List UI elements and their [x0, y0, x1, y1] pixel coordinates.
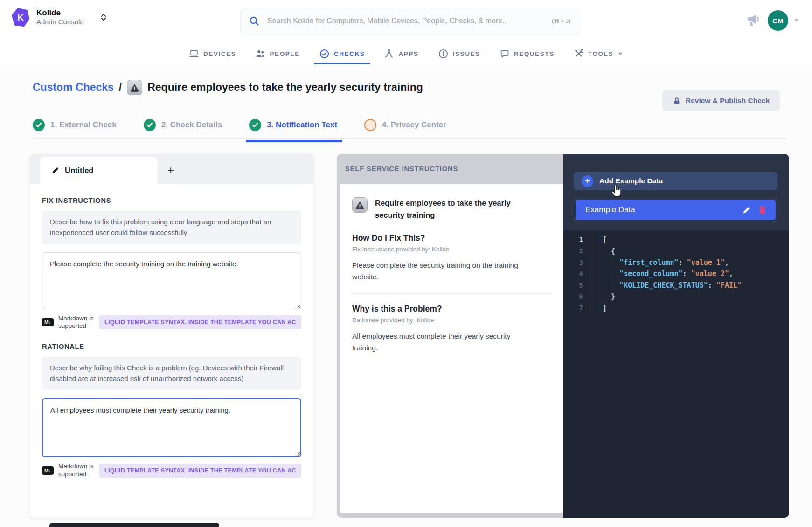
- caret-down-icon: [618, 52, 623, 55]
- search-icon: [249, 16, 260, 27]
- step-tab-notification-text[interactable]: 3. Notification Text: [249, 119, 337, 131]
- avatar[interactable]: CM: [768, 10, 788, 31]
- bottom-bar: [49, 523, 219, 527]
- pencil-icon: [51, 166, 59, 174]
- example-data-item-wrapper: Example Data: [574, 198, 777, 222]
- nav-item-requests[interactable]: REQUESTS: [500, 43, 555, 64]
- delete-example-trash-icon[interactable]: [756, 204, 768, 216]
- fix-instructions-heading: FIX INSTRUCTIONS: [42, 197, 301, 204]
- preview-why-byline: Rationale provided by: Kolide: [352, 317, 551, 324]
- example-data-item[interactable]: Example Data: [576, 200, 776, 220]
- people-icon: [256, 49, 265, 58]
- rationale-textarea[interactable]: All employees must complete their yearly…: [42, 398, 301, 457]
- review-publish-button[interactable]: Review & Publish Check: [662, 90, 780, 111]
- preview-region: SELF SERVICE INSTRUCTIONS Require employ…: [337, 154, 789, 518]
- nav-item-tools[interactable]: TOOLS: [574, 43, 623, 64]
- nav-item-people[interactable]: PEOPLE: [256, 43, 299, 64]
- caret-down-icon[interactable]: [794, 19, 799, 22]
- warning-square-icon: [127, 80, 142, 95]
- org-switcher-icon[interactable]: [98, 11, 109, 24]
- step-complete-icon: [33, 119, 45, 131]
- self-service-instructions-panel: SELF SERVICE INSTRUCTIONS Require employ…: [337, 154, 563, 518]
- compass-icon: [384, 49, 394, 58]
- warning-square-icon: [352, 197, 368, 213]
- search-shortcut: (⌘ + J): [552, 18, 570, 24]
- lock-icon: [673, 97, 681, 105]
- top-bar: K Kolide Admin Console (⌘ + J) CM: [0, 0, 812, 43]
- preview-fix-heading: How Do I Fix This?: [352, 233, 551, 243]
- global-search[interactable]: (⌘ + J): [240, 8, 579, 34]
- megaphone-icon[interactable]: [746, 14, 762, 27]
- preview-fix-body: Please complete the security training on…: [352, 260, 520, 283]
- nav-item-issues[interactable]: ISSUES: [438, 43, 480, 64]
- tools-icon: [574, 49, 583, 58]
- step-tab-privacy-center[interactable]: 4. Privacy Center: [364, 119, 446, 131]
- fix-instructions-textarea[interactable]: Please complete the security training on…: [42, 252, 301, 309]
- preview-why-heading: Why is this a Problem?: [352, 304, 551, 314]
- svg-text:K: K: [17, 13, 24, 22]
- step-incomplete-icon: [364, 119, 376, 131]
- preview-fix-byline: Fix instructions provided by: Kolide: [352, 246, 551, 253]
- step-tab-check-details[interactable]: 2. Check Details: [144, 119, 222, 131]
- brand-text: Kolide Admin Console: [36, 8, 84, 27]
- laptop-icon: [189, 49, 199, 58]
- brand-name: Kolide: [36, 8, 84, 18]
- brand: K Kolide Admin Console: [11, 7, 109, 27]
- rationale-hint: Describe why failing this Check is a pro…: [42, 357, 301, 390]
- tab-untitled[interactable]: Untitled: [40, 157, 158, 184]
- rationale-heading: RATIONALE: [42, 343, 301, 350]
- notification-editor-card: Untitled + FIX INSTRUCTIONS Describe how…: [30, 154, 313, 518]
- breadcrumb: Custom Checks / Require employees to tak…: [33, 80, 423, 95]
- kolide-logo-icon: K: [11, 7, 30, 27]
- nav-item-apps[interactable]: APPS: [384, 43, 418, 64]
- nav-item-checks[interactable]: CHECKS: [319, 43, 365, 64]
- steps-divider: [33, 138, 787, 139]
- fix-instructions-hint: Describe how to fix this problem using c…: [42, 211, 301, 244]
- issue-circle-icon: [438, 49, 448, 59]
- breadcrumb-separator: /: [119, 81, 122, 94]
- code-lines: 1[2 {3 "first_column": "value 1",4 "seco…: [563, 234, 789, 314]
- breadcrumb-custom-checks-link[interactable]: Custom Checks: [33, 81, 114, 94]
- add-example-data-button[interactable]: + Add Example Data: [574, 172, 777, 190]
- markdown-icon: M↓: [42, 466, 54, 475]
- preview-divider: [352, 293, 551, 294]
- kolide-admin-console-screen: { "header": { "brand": { "name": "Kolide…: [0, 0, 812, 527]
- self-service-instructions-header: SELF SERVICE INSTRUCTIONS: [345, 165, 458, 173]
- page-content: Custom Checks / Require employees to tak…: [0, 64, 812, 527]
- example-data-panel: + Add Example Data Example Data 1[2 {3 "…: [563, 154, 789, 518]
- notification-tabs: Untitled +: [30, 154, 313, 184]
- chat-bubble-icon: [500, 49, 509, 58]
- self-service-preview-card: Require employees to take the yearly sec…: [340, 184, 563, 513]
- plus-icon: +: [582, 175, 593, 187]
- markdown-note: Markdown is supported: [58, 315, 95, 330]
- step-complete-icon: [144, 119, 156, 131]
- example-data-code-editor[interactable]: 1[2 {3 "first_column": "value 1",4 "seco…: [563, 230, 789, 518]
- brand-subtitle: Admin Console: [36, 18, 84, 27]
- step-tabs: 1. External Check 2. Check Details 3. No…: [33, 116, 446, 134]
- preview-why-body: All employees must complete their yearly…: [352, 331, 520, 354]
- search-input[interactable]: [266, 16, 545, 26]
- liquid-template-banner: LIQUID TEMPLATE SYNTAX. INSIDE THE TEMPL…: [99, 464, 301, 478]
- markdown-icon: M↓: [42, 318, 54, 326]
- step-complete-icon: [249, 119, 261, 131]
- add-tab-button[interactable]: +: [158, 157, 184, 184]
- main-nav: DEVICES PEOPLE CHECKS APPS ISSUES REQUES…: [0, 43, 812, 65]
- check-circle-icon: [319, 49, 329, 59]
- markdown-note: Markdown is supported: [58, 463, 95, 478]
- liquid-template-banner: LIQUID TEMPLATE SYNTAX. INSIDE THE TEMPL…: [99, 315, 301, 329]
- preview-check-title: Require employees to take the yearly sec…: [375, 197, 534, 221]
- edit-example-pencil-icon[interactable]: [740, 204, 753, 216]
- page-title: Require employees to take the yearly sec…: [147, 81, 423, 94]
- step-tab-external-check[interactable]: 1. External Check: [33, 119, 117, 131]
- nav-item-devices[interactable]: DEVICES: [189, 43, 236, 64]
